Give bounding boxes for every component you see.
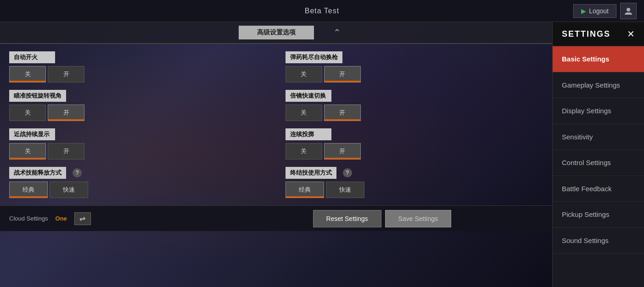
setting-item-melee-display: 近战持续显示关开	[9, 128, 267, 160]
sidebar-item-pickup-settings[interactable]: Pickup Settings	[553, 202, 644, 228]
setting-item-scope-quick-switch: 倍镜快速切换关开	[286, 90, 543, 121]
settings-transfer-button[interactable]	[74, 212, 91, 225]
svg-point-0	[627, 8, 630, 11]
toggle-btn-auto-switch-ammo-0[interactable]: 关	[286, 66, 322, 83]
settings-header-label: 高级设置选项	[239, 26, 314, 39]
toggle-btn-auto-switch-ammo-1[interactable]: 开	[324, 66, 361, 83]
sidebar-item-gameplay-settings[interactable]: Gameplay Settings	[553, 72, 644, 99]
setting-label-scope-quick-switch: 倍镜快速切换	[286, 90, 331, 102]
toggle-group-melee-display: 关开	[9, 143, 267, 160]
avatar-icon	[624, 6, 633, 16]
settings-grid: 自动开火关开弹药耗尽自动换枪关开瞄准按钮旋转视角关开倍镜快速切换关开近战持续显示…	[0, 44, 552, 205]
top-bar-right: ▶ Logout	[573, 3, 637, 19]
top-bar-title: Beta Test	[305, 7, 339, 15]
right-sidebar: SETTINGS ✕ Basic SettingsGameplay Settin…	[552, 22, 644, 287]
sidebar-item-sensitivity[interactable]: Sensitivity	[553, 124, 644, 150]
chevron-up-icon	[333, 28, 341, 38]
sidebar-item-battle-feedback[interactable]: Battle Feedback	[553, 176, 644, 202]
setting-item-aim-rotate: 瞄准按钮旋转视角关开	[9, 90, 267, 121]
setting-label-tac-skill-mode: 战术技能释放方式	[9, 167, 66, 179]
content-area: 高级设置选项 自动开火关开弹药耗尽自动换枪关开瞄准按钮旋转视角关开倍镜快速切换关…	[0, 22, 552, 287]
bottom-right-buttons: Reset Settings Save Settings	[313, 210, 451, 227]
toggle-btn-continuous-throw-0[interactable]: 关	[286, 143, 322, 160]
toggle-group-aim-rotate: 关开	[9, 105, 267, 121]
toggle-btn-scope-quick-switch-1[interactable]: 开	[324, 105, 361, 121]
toggle-btn-melee-display-0[interactable]: 关	[9, 143, 46, 160]
toggle-group-continuous-throw: 关开	[286, 143, 543, 160]
toggle-btn-scope-quick-switch-0[interactable]: 关	[286, 105, 322, 121]
setting-item-auto-switch-ammo: 弹药耗尽自动换枪关开	[286, 51, 543, 83]
toggle-btn-continuous-throw-1[interactable]: 开	[324, 143, 361, 160]
sidebar-items-container: Basic SettingsGameplay SettingsDisplay S…	[553, 46, 644, 254]
settings-title: SETTINGS	[562, 29, 610, 39]
toggle-btn-auto-fire-0[interactable]: 关	[9, 66, 46, 83]
toggle-btn-auto-fire-1[interactable]: 开	[48, 66, 84, 83]
setting-label-continuous-throw: 连续投掷	[286, 128, 331, 140]
setting-item-continuous-throw: 连续投掷关开	[286, 128, 543, 160]
settings-title-bar: SETTINGS ✕	[553, 22, 644, 46]
transfer-icon	[79, 214, 85, 223]
cloud-settings-label: Cloud Settings	[9, 215, 48, 222]
reset-settings-button[interactable]: Reset Settings	[313, 210, 381, 227]
help-icon-tac-skill-mode[interactable]: ?	[73, 168, 82, 177]
toggle-btn-melee-display-1[interactable]: 开	[48, 143, 84, 160]
sidebar-item-basic-settings[interactable]: Basic Settings	[553, 46, 644, 72]
toggle-btn-final-skill-mode-1[interactable]: 快速	[326, 182, 364, 198]
close-settings-button[interactable]: ✕	[627, 28, 635, 39]
toggle-btn-tac-skill-mode-0[interactable]: 经典	[9, 182, 48, 198]
sidebar-item-sound-settings[interactable]: Sound Settings	[553, 228, 644, 254]
setting-item-final-skill-mode: 终结技使用方式?经典快速	[286, 167, 543, 198]
play-icon: ▶	[581, 7, 586, 15]
top-bar: Beta Test ▶ Logout	[0, 0, 644, 22]
setting-label-auto-switch-ammo: 弹药耗尽自动换枪	[286, 51, 342, 63]
toggle-group-scope-quick-switch: 关开	[286, 105, 543, 121]
save-settings-button[interactable]: Save Settings	[385, 210, 451, 227]
cloud-settings-value: One	[56, 215, 67, 222]
toggle-group-auto-switch-ammo: 关开	[286, 66, 543, 83]
toggle-btn-aim-rotate-1[interactable]: 开	[48, 105, 84, 121]
sidebar-item-control-settings[interactable]: Control Settings	[553, 150, 644, 176]
toggle-group-auto-fire: 关开	[9, 66, 267, 83]
settings-header: 高级设置选项	[0, 22, 552, 44]
avatar-button[interactable]	[620, 3, 637, 19]
setting-label-aim-rotate: 瞄准按钮旋转视角	[9, 90, 66, 102]
collapse-button[interactable]	[333, 27, 341, 38]
toggle-group-final-skill-mode: 经典快速	[286, 182, 543, 198]
help-icon-final-skill-mode[interactable]: ?	[343, 168, 352, 177]
main-layout: 高级设置选项 自动开火关开弹药耗尽自动换枪关开瞄准按钮旋转视角关开倍镜快速切换关…	[0, 22, 644, 287]
toggle-btn-final-skill-mode-0[interactable]: 经典	[286, 182, 324, 198]
setting-item-tac-skill-mode: 战术技能释放方式?经典快速	[9, 167, 267, 198]
setting-label-final-skill-mode: 终结技使用方式	[286, 167, 336, 179]
bottom-bar: Cloud Settings One Reset Settings Save S…	[0, 205, 552, 231]
setting-label-auto-fire: 自动开火	[9, 51, 55, 63]
toggle-group-tac-skill-mode: 经典快速	[9, 182, 267, 198]
logout-button[interactable]: ▶ Logout	[573, 4, 616, 18]
setting-item-auto-fire: 自动开火关开	[9, 51, 267, 83]
logout-label: Logout	[589, 7, 609, 15]
toggle-btn-tac-skill-mode-1[interactable]: 快速	[50, 182, 88, 198]
setting-label-melee-display: 近战持续显示	[9, 128, 55, 140]
toggle-btn-aim-rotate-0[interactable]: 关	[9, 105, 46, 121]
sidebar-item-display-settings[interactable]: Display Settings	[553, 98, 644, 124]
